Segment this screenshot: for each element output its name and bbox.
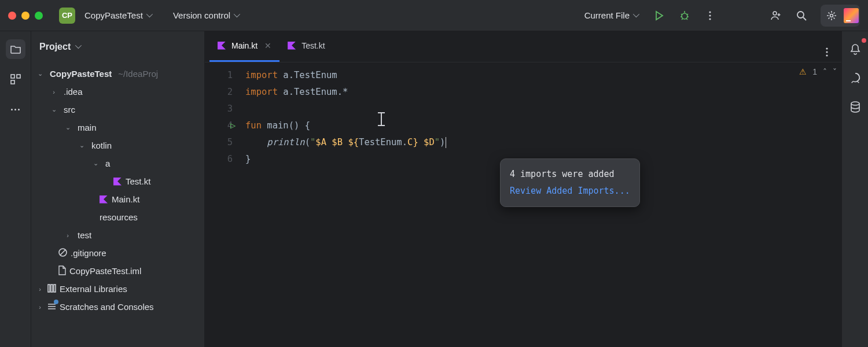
project-tool-button[interactable] xyxy=(6,39,25,59)
tree-item-resources[interactable]: resources xyxy=(34,208,202,226)
search-everywhere-button[interactable] xyxy=(792,6,811,25)
chevron-down-icon xyxy=(234,13,240,19)
vcs-menu[interactable]: Version control xyxy=(168,7,244,24)
twisty-icon[interactable] xyxy=(64,232,72,239)
tree-label: .gitignore xyxy=(71,248,106,258)
tab-main-kt[interactable]: Main.kt ✕ xyxy=(209,31,279,62)
chevron-down-icon xyxy=(75,44,81,50)
twisty-icon[interactable] xyxy=(50,88,58,95)
line-number: 5 xyxy=(205,134,233,151)
close-window-button[interactable] xyxy=(8,12,16,20)
twisty-icon[interactable] xyxy=(91,160,100,167)
right-tool-strip xyxy=(841,31,868,347)
kotlin-file-icon xyxy=(100,195,108,204)
identifier: main() { xyxy=(262,120,310,131)
line-number: 6 xyxy=(205,151,233,168)
settings-button[interactable] xyxy=(822,6,841,25)
vcs-label: Version control xyxy=(173,10,230,20)
editor-tabbar: Main.kt ✕ Test.kt xyxy=(205,31,841,62)
gutter[interactable]: 1 2 3 4▷ 5 6 xyxy=(205,62,245,168)
code-with-me-button[interactable] xyxy=(766,6,786,25)
svg-point-17 xyxy=(826,54,827,56)
tab-more-actions[interactable] xyxy=(817,42,837,62)
tree-file-gitignore[interactable]: .gitignore xyxy=(34,244,202,262)
tab-test-kt[interactable]: Test.kt xyxy=(279,31,333,62)
debug-button[interactable] xyxy=(675,6,694,25)
punct: } xyxy=(245,154,251,164)
svg-rect-7 xyxy=(11,75,14,78)
ibeam-cursor-icon xyxy=(381,113,382,125)
svg-point-2 xyxy=(709,14,711,16)
settings-cluster xyxy=(821,5,860,27)
svg-point-3 xyxy=(709,18,711,20)
tree-root[interactable]: CopyPasteTest ~/IdeaProj xyxy=(34,65,202,83)
run-button[interactable] xyxy=(649,6,669,25)
tree-label: Main.kt xyxy=(112,194,139,204)
keyword: import xyxy=(245,87,278,97)
twisty-icon[interactable] xyxy=(78,142,86,149)
tree-file-test-kt[interactable]: Test.kt xyxy=(34,172,202,190)
zoom-window-button[interactable] xyxy=(35,12,43,20)
twisty-icon[interactable] xyxy=(36,286,44,293)
keyword: fun xyxy=(245,120,262,131)
tree-item-src[interactable]: src xyxy=(34,101,202,119)
ai-assistant-button[interactable] xyxy=(845,68,865,88)
root-path: ~/IdeaProj xyxy=(118,69,158,79)
template: $A xyxy=(315,137,326,147)
tree-item-idea[interactable]: .idea xyxy=(34,83,202,101)
tree-item-main[interactable]: main xyxy=(34,119,202,136)
jetbrains-logo-icon[interactable] xyxy=(844,8,859,23)
punct: ) xyxy=(440,137,445,147)
identifier: a.TestEnum.* xyxy=(278,87,348,97)
editor-area: Main.kt ✕ Test.kt ⚠ 1 ˄ ˅ 1 xyxy=(205,31,841,347)
svg-point-6 xyxy=(830,14,833,17)
database-tool-button[interactable] xyxy=(845,97,865,117)
kotlin-file-icon xyxy=(288,42,296,50)
tree-item-test[interactable]: test xyxy=(34,226,202,244)
project-name-label: CopyPasteTest xyxy=(84,10,143,20)
tree-external-libraries[interactable]: External Libraries xyxy=(34,280,202,298)
code-content[interactable]: import a.TestEnum import a.TestEnum.* fu… xyxy=(245,62,841,168)
project-selector[interactable]: CopyPasteTest xyxy=(80,7,157,24)
file-icon xyxy=(58,265,67,277)
twisty-icon[interactable] xyxy=(36,70,44,77)
review-imports-link[interactable]: Review Added Imports... xyxy=(510,186,630,196)
twisty-icon[interactable] xyxy=(64,124,72,131)
tree-file-iml[interactable]: CopyPasteTest.iml xyxy=(34,262,202,280)
chevron-down-icon xyxy=(633,13,639,19)
svg-rect-13 xyxy=(51,285,53,292)
svg-rect-12 xyxy=(48,285,50,292)
kotlin-file-icon xyxy=(113,178,122,186)
tree-label: main xyxy=(78,123,97,132)
scratches-icon xyxy=(47,301,57,313)
twisty-icon[interactable] xyxy=(36,304,44,311)
tree-file-main-kt[interactable]: Main.kt xyxy=(34,190,202,208)
line-number: 1 xyxy=(205,67,233,84)
tree-scratches[interactable]: Scratches and Consoles xyxy=(34,298,202,316)
editor-viewport[interactable]: ⚠ 1 ˄ ˅ 1 2 3 4▷ 5 6 import a.TestEnum i… xyxy=(205,62,841,347)
close-tab-icon[interactable]: ✕ xyxy=(264,41,271,50)
project-panel-header[interactable]: Project xyxy=(31,31,204,62)
template: } xyxy=(413,137,418,147)
root-name: CopyPasteTest xyxy=(50,69,112,79)
more-tools-button[interactable] xyxy=(6,99,25,119)
tree-label: .idea xyxy=(64,87,83,97)
more-actions-button[interactable] xyxy=(700,6,720,25)
tree-item-kotlin[interactable]: kotlin xyxy=(34,136,202,154)
twisty-icon[interactable] xyxy=(50,106,58,113)
tree-label: CopyPasteTest.iml xyxy=(69,266,141,276)
minimize-window-button[interactable] xyxy=(21,12,30,20)
run-line-marker-icon[interactable]: ▷ xyxy=(230,117,236,134)
run-config-selector[interactable]: Current File xyxy=(580,7,643,24)
svg-point-18 xyxy=(851,102,859,105)
function-call: println xyxy=(245,137,305,147)
structure-tool-button[interactable] xyxy=(6,69,25,89)
tab-label: Main.kt xyxy=(231,41,258,50)
imports-added-popup: 4 imports were added Review Added Import… xyxy=(500,158,640,207)
tree-label: kotlin xyxy=(91,141,112,150)
tree-item-package-a[interactable]: a xyxy=(34,154,202,172)
project-tree: CopyPasteTest ~/IdeaProj .idea src main xyxy=(31,62,204,347)
string: " xyxy=(435,137,440,147)
keyword: import xyxy=(245,70,278,80)
notifications-button[interactable] xyxy=(845,39,865,59)
